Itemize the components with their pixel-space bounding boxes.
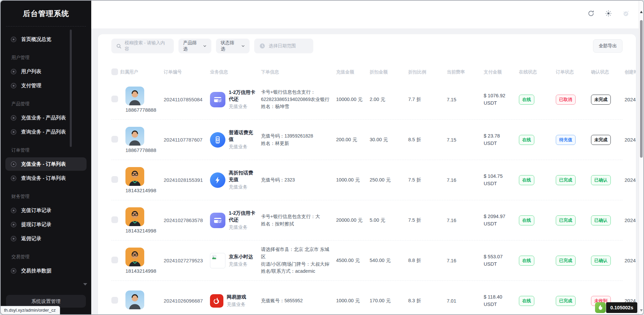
sidebar-item[interactable]: 充值业务 - 订单列表 bbox=[5, 157, 87, 171]
online-status-cell: 在线 bbox=[519, 215, 556, 225]
performance-logo-icon bbox=[595, 302, 606, 313]
product-name: 京东小时达 bbox=[229, 254, 253, 260]
order-number: 20241027863578 bbox=[164, 217, 210, 223]
product-type: 充值业务 bbox=[227, 302, 246, 308]
table-header-cell: 支付金额 bbox=[484, 69, 519, 75]
menu-bullet-icon bbox=[11, 175, 16, 181]
created-at: 2024- bbox=[625, 258, 636, 263]
order-number: 20241027279523 bbox=[164, 258, 210, 263]
sidebar-scroll-down-icon[interactable] bbox=[83, 283, 87, 285]
sidebar-item[interactable]: 查询业务 - 产品列表 bbox=[5, 125, 87, 139]
row-checkbox[interactable] bbox=[111, 176, 118, 183]
sidebar-nav: 首页概况总览用户管理用户列表支付管理产品管理充值业务 - 产品列表查询业务 - … bbox=[1, 27, 91, 278]
phone-recharge-icon: ¥ bbox=[210, 132, 225, 148]
chevron-down-icon bbox=[241, 44, 245, 48]
table-row: 18143214998 20241027863578 1-2万信用卡代还 充值业… bbox=[111, 200, 623, 241]
business-text: 京东小时达 充值业务 bbox=[229, 254, 253, 267]
menu-bullet-icon bbox=[11, 69, 16, 74]
brightness-icon[interactable] bbox=[604, 9, 612, 17]
table-header-cell: 当前费率 bbox=[447, 69, 484, 75]
sidebar-item-label: 充值业务 - 订单列表 bbox=[21, 161, 66, 167]
business-info-cell: 高折扣话费充值 充值业务 bbox=[210, 170, 261, 190]
svg-text:¥: ¥ bbox=[217, 139, 218, 141]
online-status-cell: 在线 bbox=[519, 296, 556, 306]
online-status-cell: 在线 bbox=[519, 175, 556, 185]
scrollbar-thumb[interactable] bbox=[640, 20, 643, 158]
online-status-badge: 在线 bbox=[519, 135, 534, 145]
order-info-line: 充值号码：2323 bbox=[261, 176, 332, 184]
recharge-amount: 1000.00 元 bbox=[336, 298, 370, 304]
sidebar: 后台管理系统 首页概况总览用户管理用户列表支付管理产品管理充值业务 - 产品列表… bbox=[1, 1, 91, 314]
product-filter-label: 产品筛选 bbox=[183, 40, 200, 52]
sidebar-section-label: 财务管理 bbox=[11, 194, 87, 200]
search-placeholder: 模糊搜索 - 请输入内容 bbox=[125, 40, 169, 52]
row-checkbox[interactable] bbox=[111, 96, 118, 102]
order-status-badge: 已完成 bbox=[556, 256, 576, 266]
avatar-man-orange bbox=[125, 167, 144, 186]
table-row: 18867778888 20241107787607 ¥ 普通话费充值 充值业务… bbox=[111, 120, 623, 160]
credit-card-icon bbox=[210, 213, 225, 228]
product-name: 1-2万信用卡代还 bbox=[229, 89, 257, 102]
order-status-cell: 已完成 bbox=[556, 296, 591, 306]
discount-amount: 250.00 元 bbox=[370, 177, 408, 183]
sidebar-item[interactable]: 返佣记录 bbox=[5, 232, 87, 245]
sidebar-item[interactable]: 交易挂单数据 bbox=[5, 264, 87, 277]
sidebar-item[interactable]: 查询业务 - 订单列表 bbox=[5, 171, 87, 185]
order-info-line: 街道/小区/商场门牌号：大叔大婶 bbox=[261, 261, 332, 268]
confirm-status-cell: 未完成 bbox=[591, 95, 625, 105]
select-all-checkbox[interactable] bbox=[111, 68, 118, 75]
discount-ratio: 8.8 折 bbox=[408, 257, 447, 264]
order-status-badge: 已取消 bbox=[556, 95, 576, 105]
sidebar-item[interactable]: 用户列表 bbox=[5, 65, 87, 78]
scrollbar-down-icon[interactable] bbox=[640, 309, 643, 312]
row-checkbox[interactable] bbox=[111, 297, 118, 304]
menu-bullet-icon bbox=[11, 115, 16, 121]
sidebar-item[interactable]: 提现订单记录 bbox=[5, 218, 87, 231]
menu-bullet-icon bbox=[11, 161, 16, 167]
sidebar-item[interactable]: 首页概况总览 bbox=[5, 33, 87, 46]
date-range-picker[interactable]: 选择日期范围 bbox=[254, 39, 313, 53]
product-filter-select[interactable]: 产品筛选 bbox=[178, 39, 211, 53]
discount-amount: 5.00 元 bbox=[370, 217, 408, 223]
confirm-status-badge: 已确认 bbox=[591, 256, 611, 266]
refresh-icon[interactable] bbox=[587, 9, 595, 17]
user-cell: 18867778888 bbox=[120, 127, 164, 153]
business-info-cell: 网易游戏 充值业务 bbox=[210, 294, 261, 308]
sidebar-item[interactable]: 支付管理 bbox=[5, 79, 87, 92]
online-status-badge: 在线 bbox=[519, 256, 534, 266]
status-filter-select[interactable]: 状态筛选 bbox=[216, 39, 250, 53]
sidebar-item[interactable]: 充值业务 - 产品列表 bbox=[5, 111, 87, 124]
sidebar-item[interactable]: 充值订单记录 bbox=[5, 204, 87, 217]
pay-amount-cell: $ 23.78 USDT bbox=[484, 133, 519, 147]
row-checkbox[interactable] bbox=[111, 136, 118, 143]
topbar-icons bbox=[587, 9, 630, 17]
pay-currency: USDT bbox=[484, 100, 515, 107]
sidebar-item-label: 提现订单记录 bbox=[21, 221, 51, 228]
order-info-line: 卡号+银行信息包含支行：大 bbox=[261, 213, 332, 220]
toolbar: 模糊搜索 - 请输入内容 产品筛选 状态筛选 bbox=[111, 39, 623, 53]
verified-badge-icon[interactable] bbox=[622, 9, 630, 17]
user-phone: 18867778888 bbox=[125, 107, 156, 113]
search-input[interactable]: 模糊搜索 - 请输入内容 bbox=[111, 39, 174, 53]
table-header-cell: 订单编号 bbox=[164, 69, 210, 75]
business-text: 1-2万信用卡代还 充值业务 bbox=[229, 89, 257, 109]
row-checkbox[interactable] bbox=[111, 216, 118, 223]
recharge-amount: 1000.00 元 bbox=[336, 177, 370, 183]
order-status-cell: 已取消 bbox=[556, 95, 591, 105]
scrollbar-up-icon[interactable] bbox=[640, 11, 643, 13]
row-checkbox[interactable] bbox=[111, 257, 118, 263]
sidebar-section-label: 产品管理 bbox=[11, 101, 87, 107]
sidebar-scrollbar-thumb[interactable] bbox=[70, 30, 72, 147]
export-all-button[interactable]: 全部导出 bbox=[593, 39, 623, 53]
performance-widget[interactable]: 0.105002s bbox=[595, 302, 637, 313]
search-icon bbox=[116, 43, 122, 49]
row-checkbox-cell bbox=[111, 216, 120, 224]
online-status-badge: 在线 bbox=[519, 296, 534, 306]
confirm-status-cell: 已确认 bbox=[591, 256, 625, 266]
page-scrollbar[interactable] bbox=[639, 1, 643, 314]
pay-currency: USDT bbox=[484, 140, 515, 147]
discount-ratio: 7.5 折 bbox=[408, 177, 447, 183]
user-cell bbox=[120, 291, 164, 311]
sidebar-item-label: 支付管理 bbox=[21, 83, 41, 89]
row-checkbox-cell bbox=[111, 297, 120, 305]
